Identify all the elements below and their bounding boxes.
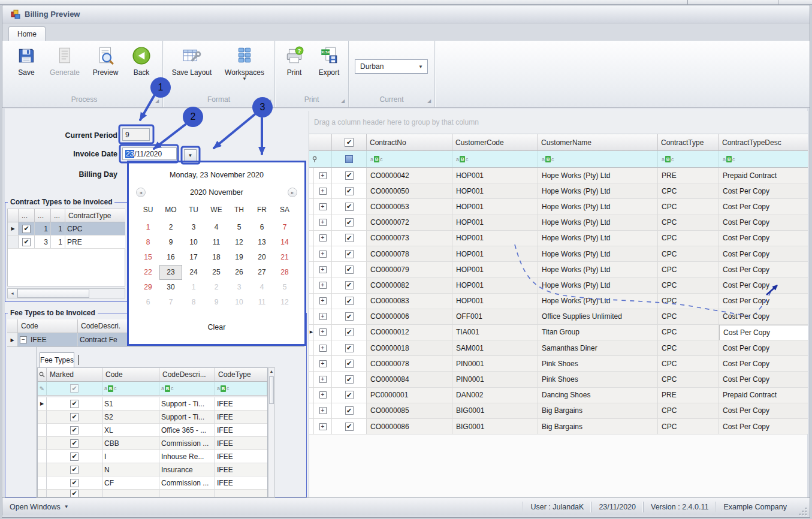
column-header-contracttype[interactable]: ContractType — [658, 134, 719, 151]
cell-contract-type-desc[interactable]: Cost Per Copy — [719, 262, 808, 277]
cell-customer-name[interactable]: Big Bargains — [538, 419, 658, 434]
calendar-day[interactable]: 2 — [205, 280, 228, 295]
cell-contract-type[interactable]: CPC — [658, 419, 719, 434]
checkbox-icon[interactable]: ✔ — [70, 452, 79, 461]
cell-contract-type[interactable]: CPC — [658, 372, 719, 387]
column-header-contracttype[interactable]: ContractType — [65, 209, 125, 222]
fee-type-row[interactable]: ✔NInsuranceIFEE — [38, 463, 267, 476]
expand-icon[interactable]: + — [319, 188, 327, 195]
cell-contract-type-desc[interactable]: Cost Per Copy — [719, 231, 808, 246]
checkbox-icon[interactable]: ✔ — [345, 297, 354, 305]
calendar-day[interactable]: 10 — [228, 295, 250, 310]
fee-type-row[interactable]: ✔ — [38, 490, 267, 497]
cell-customer-name[interactable]: Big Bargains — [538, 403, 658, 419]
contract-row[interactable]: +✔CO0000084PIN0001Pink ShoesCPCCost Per … — [309, 372, 808, 387]
cell-customer-name[interactable]: Hope Works (Pty) Ltd — [538, 277, 658, 293]
expand-icon[interactable]: + — [319, 203, 327, 210]
checkbox-icon[interactable]: ✔ — [70, 466, 79, 474]
checkbox-icon[interactable]: ✔ — [345, 203, 354, 211]
checkbox-cell[interactable]: ✔ — [332, 356, 367, 372]
checkbox-cell[interactable]: ✔ — [332, 262, 367, 277]
column-header-codedescription[interactable]: CodeDescri... — [159, 368, 215, 382]
checkbox-icon[interactable]: ✔ — [345, 391, 354, 399]
filter-cell[interactable]: aBc — [367, 151, 452, 167]
checkbox-cell[interactable]: ✔ — [332, 388, 367, 403]
cell-code[interactable]: CBB — [102, 437, 159, 449]
expand-icon[interactable]: + — [319, 219, 327, 226]
checkbox-icon[interactable]: ✔ — [345, 265, 354, 274]
calendar-day[interactable]: 29 — [137, 280, 159, 295]
cell-code[interactable]: N — [102, 463, 159, 476]
cell-customer-code[interactable]: PIN0001 — [452, 372, 538, 387]
column-header-customername[interactable]: CustomerName — [538, 134, 658, 151]
expand-cell[interactable]: + — [314, 294, 332, 309]
back-button[interactable]: Back — [117, 46, 165, 77]
dialog-launcher-icon[interactable]: ◢ — [267, 99, 272, 104]
contract-row[interactable]: +✔CO0000006OFF001Office Supplies Unlimit… — [309, 309, 808, 325]
cell-contract-type[interactable]: CPC — [658, 309, 719, 325]
checkbox-cell[interactable]: ✔ — [332, 168, 367, 183]
cell-description[interactable]: Commission ... — [159, 437, 215, 449]
checkbox-cell[interactable]: ✔ — [47, 437, 102, 449]
filter-cell[interactable]: aBc — [102, 382, 159, 395]
cell-code[interactable]: − IFEE — [18, 333, 78, 346]
checkbox-icon[interactable]: ✔ — [345, 328, 354, 336]
contract-row[interactable]: +✔PC0000001DAN002Dancing ShoesPREPrepaid… — [309, 388, 808, 403]
current-period-input[interactable]: 9 — [122, 128, 150, 141]
calendar-day[interactable]: 1 — [137, 220, 159, 235]
expand-cell[interactable]: + — [314, 309, 332, 325]
checkbox-icon[interactable]: ✔ — [345, 218, 354, 227]
cell-contract-type-desc[interactable]: Cost Per Copy — [719, 183, 808, 199]
expand-cell[interactable]: + — [314, 231, 332, 246]
cell-contract-type-desc[interactable]: Cost Per Copy — [719, 356, 808, 372]
calendar-day[interactable]: 1 — [182, 280, 205, 295]
filter-cell[interactable]: aBc — [452, 151, 538, 167]
cell-description[interactable]: Support - Ti... — [159, 411, 215, 423]
filter-checkbox[interactable]: ✔ — [47, 382, 102, 395]
contract-row[interactable]: +✔CO0000078PIN0001Pink ShoesCPCCost Per … — [309, 356, 808, 372]
dialog-launcher-icon[interactable]: ◢ — [427, 99, 432, 104]
checkbox-icon[interactable]: ✔ — [70, 490, 79, 497]
cell-customer-code[interactable]: HOP001 — [452, 183, 538, 199]
cell-customer-code[interactable]: HOP001 — [452, 246, 538, 262]
calendar-day[interactable]: 8 — [182, 295, 205, 310]
cell-customer-code[interactable]: HOP001 — [452, 231, 538, 246]
cell-contract-type[interactable]: PRE — [65, 236, 125, 248]
tab-fee-types[interactable]: Fee Types — [40, 352, 74, 368]
calendar-day[interactable]: 18 — [205, 250, 228, 265]
calendar-day[interactable]: 4 — [250, 280, 273, 295]
cell-customer-name[interactable]: Hope Works (Pty) Ltd — [538, 246, 658, 262]
expand-icon[interactable]: + — [319, 328, 327, 336]
calendar-day[interactable]: 25 — [205, 265, 228, 280]
cell-contract-type-desc[interactable]: Cost Per Copy — [719, 340, 808, 356]
cell-contract-type[interactable]: CPC — [658, 356, 719, 372]
checkbox-icon[interactable]: ✔ — [345, 360, 354, 368]
cell-customer-name[interactable]: Hope Works (Pty) Ltd — [538, 294, 658, 309]
cell-contract-type[interactable]: CPC — [658, 294, 719, 309]
cell-description[interactable]: Inhouse Re... — [159, 450, 215, 463]
group-by-panel[interactable]: Drag a column header here to group by th… — [309, 111, 808, 134]
cell-description[interactable]: Support - Ti... — [159, 397, 215, 410]
expand-icon[interactable]: + — [319, 313, 327, 320]
resize-grip[interactable] — [798, 506, 807, 515]
checkbox-icon[interactable]: ✔ — [70, 426, 79, 434]
checkbox-cell[interactable]: ✔ — [47, 463, 102, 476]
cell-customer-code[interactable]: HOP001 — [452, 294, 538, 309]
column-header-codetype[interactable]: CodeType — [215, 368, 267, 382]
checkbox-icon[interactable]: ✔ — [70, 439, 79, 448]
checkbox-icon[interactable]: ✔ — [22, 225, 31, 233]
cell-code[interactable]: I — [102, 450, 159, 463]
cell-contract-type[interactable]: CPC — [658, 403, 719, 419]
expand-cell[interactable]: + — [314, 419, 332, 434]
cell-contract-type[interactable]: PRE — [658, 168, 719, 183]
contract-row[interactable]: +✔CO0000079HOP001Hope Works (Pty) LtdCPC… — [309, 262, 808, 277]
cell-customer-code[interactable]: HOP001 — [452, 262, 538, 277]
expand-cell[interactable]: + — [314, 262, 332, 277]
contract-row[interactable]: +✔CO0000053HOP001Hope Works (Pty) LtdCPC… — [309, 199, 808, 215]
cell-customer-code[interactable]: BIG0001 — [452, 419, 538, 434]
calendar-day[interactable]: 12 — [273, 295, 296, 310]
current-branch-select[interactable]: Durban ▼ — [355, 59, 428, 74]
checkbox-icon[interactable]: ✔ — [345, 423, 354, 431]
cell-contract-type-desc[interactable]: Cost Per Copy — [719, 372, 808, 387]
scrollbar-thumb[interactable] — [17, 289, 89, 298]
